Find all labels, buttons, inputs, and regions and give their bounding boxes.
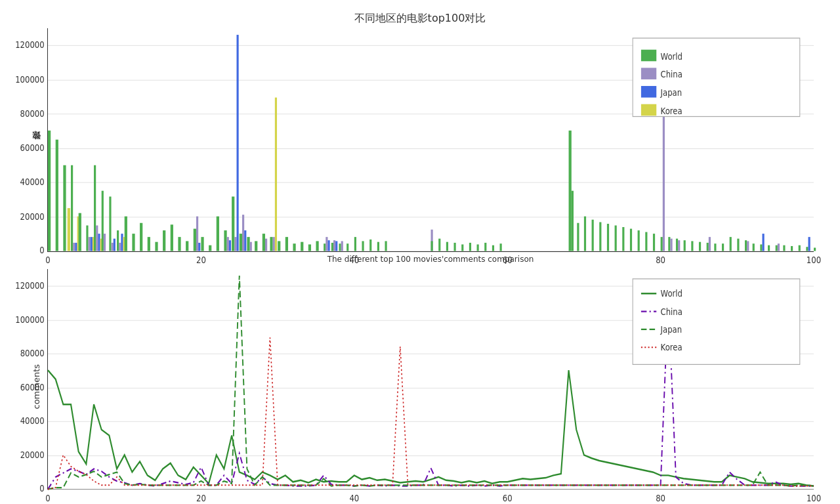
- svg-rect-180: [633, 278, 800, 364]
- svg-rect-106: [484, 243, 486, 251]
- svg-rect-141: [762, 234, 764, 251]
- svg-rect-104: [469, 243, 471, 251]
- svg-rect-50: [155, 242, 158, 251]
- svg-rect-26: [75, 243, 77, 251]
- svg-rect-89: [335, 241, 337, 251]
- svg-rect-46: [125, 217, 127, 251]
- svg-rect-56: [196, 217, 198, 251]
- svg-text:80000: 80000: [20, 108, 45, 119]
- svg-rect-43: [119, 243, 121, 251]
- svg-text:20000: 20000: [20, 211, 45, 222]
- svg-rect-39: [109, 197, 111, 251]
- svg-rect-48: [140, 223, 142, 251]
- svg-rect-40: [112, 243, 114, 251]
- svg-text:Korea: Korea: [661, 106, 682, 116]
- svg-rect-70: [247, 237, 249, 251]
- svg-rect-75: [270, 237, 272, 251]
- svg-rect-135: [730, 237, 732, 251]
- svg-rect-146: [791, 246, 793, 251]
- svg-rect-120: [645, 232, 647, 251]
- svg-rect-145: [783, 245, 785, 251]
- svg-text:60: 60: [503, 255, 513, 265]
- svg-rect-57: [198, 243, 200, 251]
- svg-text:0: 0: [45, 493, 50, 503]
- svg-rect-67: [240, 234, 242, 251]
- svg-rect-86: [327, 240, 329, 251]
- svg-rect-138: [747, 241, 749, 251]
- svg-text:China: China: [661, 69, 682, 79]
- svg-text:40000: 40000: [20, 177, 45, 187]
- svg-text:60: 60: [503, 493, 513, 503]
- svg-rect-73: [262, 234, 265, 251]
- svg-rect-24: [71, 165, 73, 251]
- svg-rect-97: [385, 241, 387, 251]
- svg-rect-129: [691, 241, 693, 251]
- svg-rect-93: [354, 237, 356, 251]
- svg-rect-124: [668, 237, 670, 251]
- svg-text:40000: 40000: [20, 415, 45, 426]
- svg-rect-87: [331, 243, 333, 251]
- svg-rect-150: [814, 247, 816, 251]
- svg-rect-41: [114, 239, 116, 251]
- svg-rect-49: [148, 237, 150, 251]
- svg-rect-105: [477, 244, 479, 251]
- svg-text:100000: 100000: [15, 74, 45, 85]
- svg-rect-51: [163, 230, 165, 251]
- line-chart-area: 0 20000 40000 60000 80000 100000 120000 …: [47, 269, 814, 490]
- svg-rect-111: [577, 223, 579, 251]
- svg-rect-88: [333, 240, 335, 251]
- svg-rect-107: [492, 245, 494, 251]
- svg-rect-133: [714, 243, 716, 251]
- svg-rect-117: [622, 227, 624, 251]
- svg-rect-33: [94, 165, 96, 251]
- svg-rect-121: [653, 234, 655, 251]
- svg-rect-137: [745, 240, 747, 251]
- svg-rect-139: [753, 243, 755, 251]
- svg-rect-31: [91, 237, 93, 251]
- svg-rect-119: [638, 230, 640, 251]
- svg-rect-22: [63, 165, 66, 251]
- svg-rect-96: [377, 242, 379, 251]
- svg-text:Korea: Korea: [661, 342, 682, 352]
- svg-rect-99: [431, 241, 433, 251]
- svg-rect-62: [227, 237, 229, 251]
- svg-rect-143: [776, 245, 778, 251]
- svg-rect-154: [641, 68, 656, 79]
- svg-rect-151: [633, 38, 800, 116]
- svg-rect-131: [707, 243, 709, 251]
- svg-rect-85: [326, 237, 327, 251]
- svg-text:20: 20: [196, 493, 206, 503]
- svg-text:Japan: Japan: [660, 324, 682, 335]
- svg-text:0: 0: [45, 255, 50, 265]
- svg-rect-47: [132, 234, 135, 251]
- svg-text:40: 40: [349, 493, 359, 503]
- main-title: 不同地区的电影top100对比: [354, 12, 486, 26]
- svg-text:20000: 20000: [20, 450, 45, 460]
- svg-rect-115: [607, 224, 609, 251]
- svg-text:80: 80: [656, 493, 665, 503]
- svg-text:100000: 100000: [15, 314, 44, 325]
- bar-chart-area: 0 20000 40000 60000 80000 100000 120000 …: [47, 28, 814, 252]
- svg-text:80: 80: [656, 255, 665, 265]
- svg-rect-77: [275, 98, 277, 251]
- svg-text:120000: 120000: [15, 39, 45, 50]
- svg-rect-38: [104, 234, 106, 251]
- bar-x-label: The different top 100 movies'comments co…: [47, 255, 814, 264]
- svg-rect-147: [799, 245, 801, 251]
- svg-rect-92: [346, 243, 348, 251]
- svg-rect-83: [316, 241, 318, 251]
- svg-rect-23: [68, 208, 70, 251]
- svg-text:World: World: [661, 51, 682, 62]
- svg-rect-101: [446, 242, 448, 251]
- line-chart-svg: 0 20000 40000 60000 80000 100000 120000 …: [48, 269, 814, 490]
- svg-rect-71: [250, 242, 252, 251]
- svg-rect-81: [301, 242, 303, 251]
- svg-rect-114: [599, 222, 601, 251]
- svg-rect-127: [678, 240, 680, 251]
- svg-rect-54: [186, 241, 188, 251]
- svg-rect-59: [209, 245, 211, 251]
- svg-text:Japan: Japan: [660, 87, 682, 98]
- svg-rect-116: [615, 226, 617, 251]
- svg-rect-136: [737, 239, 739, 251]
- svg-rect-53: [178, 237, 180, 251]
